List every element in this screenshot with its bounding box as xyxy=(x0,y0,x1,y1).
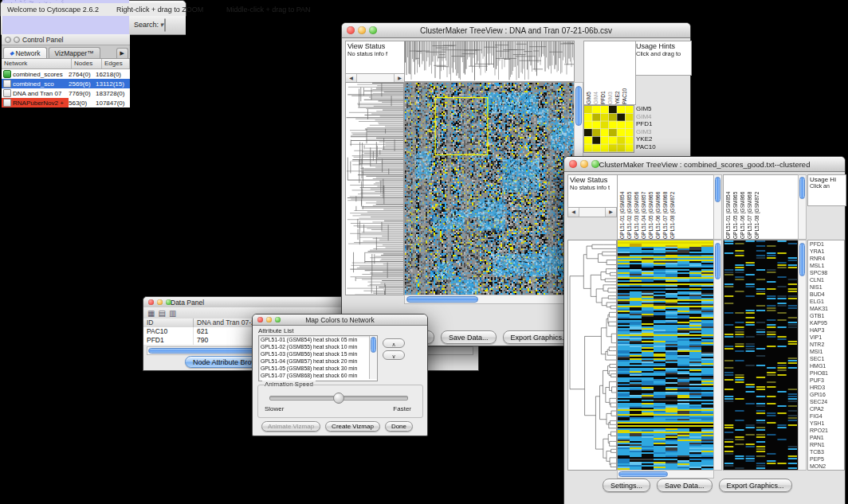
global-heatmap-canvas[interactable] xyxy=(404,82,575,295)
button-export-graphics[interactable]: Export Graphics... xyxy=(719,479,792,492)
vertical-scrollbar[interactable] xyxy=(798,240,807,471)
control-panel-header[interactable]: Control Panel xyxy=(2,34,130,45)
attribute-item-gpl51-01-gsm854-heat-shock-0[interactable]: GPL51-01 (GSM854) heat shock 05 min xyxy=(259,336,377,343)
gene-label-vip1: VIP1 xyxy=(808,334,844,341)
tab-network[interactable]: ◆ Network xyxy=(3,47,47,58)
tab-vizmapper[interactable]: VizMapper™ xyxy=(49,47,100,58)
attribute-items: GPL51-01 (GSM854) heat shock 05 minGPL51… xyxy=(259,336,377,379)
minimize-button[interactable] xyxy=(580,160,588,168)
usage-hints-panel: Usage Hints Click and drag to xyxy=(634,41,692,76)
gene-label-bud4: BUD4 xyxy=(808,291,844,298)
animate-vizmap-button[interactable]: Animate Vizmap xyxy=(261,421,320,432)
attribute-item-gpl51-02-gsm855-heat-shock-1[interactable]: GPL51-02 (GSM855) heat shock 10 min xyxy=(259,343,377,350)
scrollbar-thumb[interactable] xyxy=(371,337,376,353)
vertical-scrollbar[interactable] xyxy=(713,240,722,471)
scrollbar-thumb[interactable] xyxy=(715,177,720,202)
view-status-title: View Status xyxy=(570,176,616,184)
search-label: Search: xyxy=(134,21,159,29)
select-attributes-icon[interactable]: ▦ xyxy=(147,309,155,318)
minimize-button[interactable] xyxy=(266,317,272,322)
attribute-item-gpl51-04-gsm857-heat-shock-2[interactable]: GPL51-04 (GSM857) heat shock 20 min xyxy=(259,357,377,365)
scrollbar-thumb[interactable] xyxy=(799,177,805,199)
column-label-gpl51-07-gsm868: GPL51-07 (GSM868 xyxy=(662,175,669,239)
row-dendrogram-canvas[interactable] xyxy=(345,82,404,295)
close-panel-icon[interactable] xyxy=(14,37,20,43)
network-row-dna-tran[interactable]: DNA and Tran 07 7769(0) 183728(0) xyxy=(2,88,130,98)
desktop-background: Cytoscape Desktop (Session Name: collins… xyxy=(0,0,848,504)
move-down-button[interactable]: ∨ xyxy=(383,350,405,360)
speed-slider[interactable] xyxy=(269,396,408,400)
move-up-button[interactable]: ∧ xyxy=(383,338,405,348)
network-row-selected[interactable]: combined_sco 2569(6) 13112(15) xyxy=(2,79,130,88)
close-button[interactable] xyxy=(347,26,355,34)
gene-label-sec1: SEC1 xyxy=(808,355,844,362)
scrollbar-thumb[interactable] xyxy=(715,243,720,279)
button-settings[interactable]: Settings... xyxy=(603,479,650,492)
delete-attribute-icon[interactable]: ▥ xyxy=(169,309,176,318)
minimize-button[interactable] xyxy=(157,299,163,305)
zoom-heatmap-canvas[interactable] xyxy=(723,240,799,471)
network-row-combined-scores[interactable]: combined_scores 2764(0) 16218(0) xyxy=(2,69,130,79)
treeview-combined-titlebar[interactable]: ClusterMaker TreeView : combined_scores_… xyxy=(564,157,845,172)
zoom-button[interactable] xyxy=(275,317,281,322)
attribute-listbox[interactable]: GPL51-01 (GSM854) heat shock 05 minGPL51… xyxy=(258,335,378,381)
attribute-item-gpl51-07-gsm868-heat-shock-6[interactable]: GPL51-07 (GSM868) heat shock 60 min xyxy=(259,372,377,379)
scroll-right-icon[interactable]: ▶ xyxy=(605,208,616,217)
zoom-button[interactable] xyxy=(591,160,599,168)
treeview-dna-titlebar[interactable]: ClusterMaker TreeView : DNA and Tran 07-… xyxy=(342,23,690,38)
row-dendrogram-canvas[interactable] xyxy=(567,240,617,471)
attribute-item-gpl51-03-gsm856-heat-shock-1[interactable]: GPL51-03 (GSM856) heat shock 15 min xyxy=(259,350,377,357)
gene-label-rnr4: RNR4 xyxy=(808,255,844,262)
scrollbar-thumb[interactable] xyxy=(799,243,805,276)
vertical-scrollbar[interactable] xyxy=(798,174,807,240)
scrollbar-thumb[interactable] xyxy=(618,471,668,477)
column-label-gpl51-08-gsm872: GPL51-08 (GSM872 xyxy=(754,175,761,239)
column-header-id[interactable]: ID xyxy=(143,318,194,327)
status-scrollbar[interactable]: ◀ ▶ xyxy=(567,207,617,217)
zoom-button[interactable] xyxy=(369,26,377,34)
column-label-gim4: GIM4 xyxy=(593,41,600,104)
button-save-data[interactable]: Save Data... xyxy=(441,330,497,344)
gene-label-kap95: KAP95 xyxy=(808,319,844,326)
column-label-yke2: YKE2 xyxy=(614,41,622,104)
close-button[interactable] xyxy=(569,160,577,168)
global-heatmap-canvas[interactable] xyxy=(617,240,714,471)
tab-overflow-button[interactable]: ▶ xyxy=(116,48,128,58)
network-row-rnapuber[interactable]: RNAPuberNov2 + 563(0) 107847(0) xyxy=(2,98,130,107)
close-button[interactable] xyxy=(257,317,263,322)
vertical-scrollbar[interactable] xyxy=(369,336,377,379)
float-panel-icon[interactable] xyxy=(5,37,11,43)
view-status-title: View Status xyxy=(347,42,405,50)
usage-hints-text: Click an xyxy=(810,183,844,189)
gene-label-gpi16: GPI16 xyxy=(808,391,844,398)
button-save-data[interactable]: Save Data... xyxy=(657,479,713,492)
gene-label-hap3: HAP3 xyxy=(808,326,844,334)
map-colors-dialog: Map Colors to Network Attribute List GPL… xyxy=(252,314,428,436)
horizontal-scrollbar[interactable] xyxy=(617,470,714,479)
zoom-button[interactable] xyxy=(166,299,171,305)
create-vizmap-button[interactable]: Create Vizmap xyxy=(325,421,380,432)
slider-thumb[interactable] xyxy=(333,393,344,404)
scrollbar-thumb[interactable] xyxy=(406,296,478,303)
column-header-nodes[interactable]: Nodes xyxy=(72,59,102,68)
scroll-left-icon[interactable]: ◀ xyxy=(568,208,579,217)
gene-label-hrd3: HRD3 xyxy=(808,384,844,391)
scrollbar-thumb[interactable] xyxy=(575,86,582,126)
column-header-edges[interactable]: Edges xyxy=(102,59,130,68)
horizontal-scrollbar[interactable] xyxy=(404,295,575,304)
map-colors-titlebar[interactable]: Map Colors to Network xyxy=(253,315,427,326)
column-header-network[interactable]: Network xyxy=(2,59,72,68)
create-attribute-icon[interactable]: ▤ xyxy=(158,309,165,318)
attribute-item-gpl51-05-gsm858-heat-shock-3[interactable]: GPL51-05 (GSM858) heat shock 30 min xyxy=(259,365,377,372)
column-dendrogram-canvas[interactable] xyxy=(404,41,575,82)
minimize-button[interactable] xyxy=(358,26,366,34)
close-button[interactable] xyxy=(148,299,154,305)
vertical-scrollbar[interactable] xyxy=(713,174,722,240)
search-input[interactable]: ▾ xyxy=(164,18,166,32)
zoom-column-labels: GIM5GIM4PFD1GIM3YKE2PAC10 xyxy=(583,41,636,105)
done-button[interactable]: Done xyxy=(385,421,413,432)
network-icon xyxy=(3,70,11,78)
zoom-heatmap-canvas[interactable] xyxy=(583,105,634,153)
column-label-gpl51-05-gsm865: GPL51-05 (GSM865 xyxy=(732,175,740,239)
column-label-pfd1: PFD1 xyxy=(600,41,607,104)
